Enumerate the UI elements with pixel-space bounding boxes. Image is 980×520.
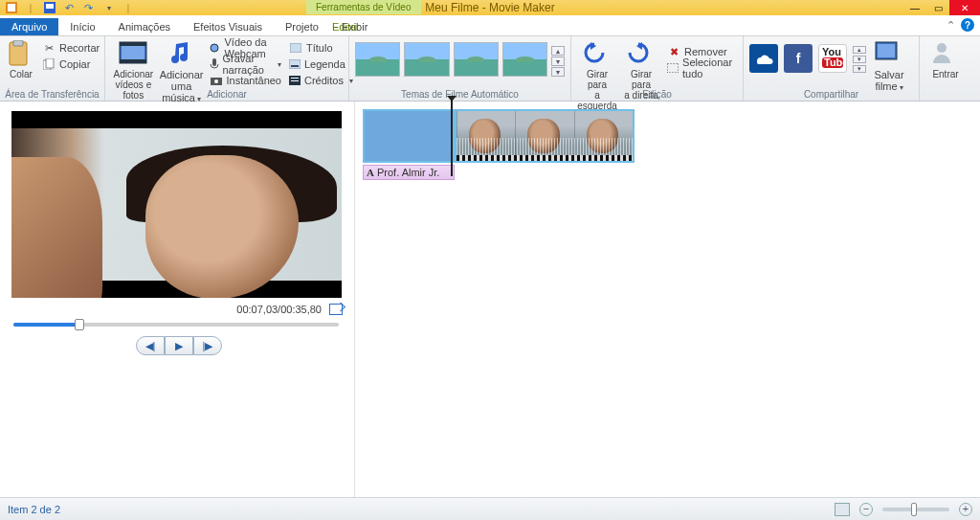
svg-rect-5 (13, 40, 23, 46)
svg-rect-7 (46, 58, 54, 68)
group-add-label: Adicionar (105, 89, 348, 100)
group-edit-label: Edição (571, 89, 743, 100)
maximize-button[interactable]: ▭ (926, 0, 949, 15)
snapshot-button[interactable]: Instantâneo (208, 73, 284, 88)
paste-label: Colar (10, 69, 33, 79)
prev-frame-button[interactable]: ◀| (136, 336, 165, 355)
copy-icon (42, 57, 56, 71)
qat-dropdown-icon[interactable]: ▾ (101, 1, 117, 14)
status-bar: Item 2 de 2 − + (0, 497, 980, 520)
zoom-thumb[interactable] (911, 503, 917, 516)
caption-button[interactable]: Legenda (287, 57, 343, 72)
svg-rect-21 (291, 80, 299, 81)
select-all-button[interactable]: Selecionar tudo (665, 60, 737, 76)
credits-icon (289, 74, 301, 87)
clipboard-icon (6, 40, 36, 67)
credits-label: Créditos (304, 75, 344, 86)
play-button[interactable]: ▶ (165, 336, 193, 355)
ribbon-expand-icon[interactable]: ⌃ (947, 19, 955, 32)
title-icon (289, 41, 302, 55)
group-share: f YouTube ▴▾▾ Salvar filme▾ Compartilhar (744, 36, 920, 101)
playback-controls: ◀| ▶ |▶ (11, 336, 346, 355)
help-icon[interactable]: ? (961, 18, 974, 32)
caption-label: Legenda (304, 58, 345, 70)
tab-inicio[interactable]: Início (58, 18, 106, 35)
share-gallery-scroller[interactable]: ▴▾▾ (853, 44, 866, 73)
tab-animacoes[interactable]: Animações (107, 18, 182, 35)
timeline-playhead[interactable] (451, 100, 453, 176)
rotate-right-icon (626, 40, 657, 67)
app-icon (4, 1, 19, 14)
svg-rect-18 (291, 65, 299, 67)
share-facebook-button[interactable]: f (784, 44, 813, 73)
svg-rect-20 (291, 78, 299, 79)
tab-editar[interactable]: Editar (321, 18, 371, 35)
theme-thumb-4[interactable] (502, 42, 547, 77)
seek-thumb[interactable] (75, 319, 84, 330)
signin-label: Entrar (932, 69, 958, 79)
cut-label: Recortar (59, 42, 100, 54)
svg-rect-13 (212, 58, 216, 66)
theme-gallery-scroller[interactable]: ▴▾▾ (551, 42, 565, 77)
copy-button[interactable]: Copiar (40, 57, 101, 72)
record-narration-button[interactable]: Gravar narração▾ (208, 57, 284, 72)
timeline-clip-title[interactable] (363, 109, 455, 163)
theme-thumb-2[interactable] (404, 42, 449, 77)
seek-slider[interactable] (13, 323, 339, 327)
undo-icon[interactable]: ↶ (61, 1, 77, 14)
save-movie-button[interactable]: Salvar filme▾ (870, 38, 908, 93)
select-all-label: Selecionar tudo (682, 57, 735, 79)
zoom-in-button[interactable]: + (959, 503, 972, 516)
main-area: 00:07,03/00:35,80 ◀| ▶ |▶ A Prof. A (0, 102, 980, 497)
close-button[interactable]: ✕ (949, 0, 980, 15)
preview-pane: 00:07,03/00:35,80 ◀| ▶ |▶ (0, 102, 354, 497)
share-onedrive-button[interactable] (749, 44, 778, 73)
svg-text:Tube: Tube (824, 57, 845, 68)
theme-thumb-1[interactable] (355, 42, 400, 77)
signin-button[interactable]: Entrar (925, 38, 966, 79)
preview-frame-content (11, 128, 342, 281)
caption-icon (289, 57, 301, 71)
rotate-left-button[interactable]: Girar para a esquerda (577, 38, 617, 111)
view-mode-button[interactable] (835, 503, 850, 516)
redo-icon[interactable]: ↷ (80, 1, 96, 14)
status-item-count: Item 2 de 2 (8, 504, 60, 515)
zoom-out-button[interactable]: − (859, 503, 873, 516)
contextual-tab-video-tools[interactable]: Ferramentas de Vídeo (306, 0, 421, 14)
timeline-pane[interactable]: A Prof. Almir Jr. (354, 102, 980, 497)
timeline-clip-video[interactable] (455, 109, 635, 163)
theme-thumb-3[interactable] (454, 42, 499, 77)
seek-progress (13, 323, 78, 327)
music-note-icon (167, 40, 197, 67)
title-bar: | ↶ ↷ ▾ | Ferramentas de Vídeo Meu Filme… (0, 0, 980, 15)
tab-efeitos[interactable]: Efeitos Visuais (182, 18, 274, 35)
signin-person-icon (930, 40, 961, 67)
group-clipboard: Colar ✂Recortar Copiar Área de Transferê… (0, 36, 105, 101)
svg-rect-27 (878, 44, 895, 57)
group-signin: Entrar (920, 36, 971, 101)
group-add: Adicionar vídeos e fotos Adicionar uma m… (105, 36, 349, 101)
share-youtube-button[interactable]: YouTube (818, 44, 847, 73)
window-title: Meu Filme - Movie Maker (425, 1, 554, 14)
svg-rect-3 (46, 4, 54, 9)
caption-type-icon: A (367, 167, 374, 178)
timeline-caption-clip[interactable]: A Prof. Almir Jr. (363, 165, 455, 180)
svg-point-28 (937, 43, 947, 53)
fullscreen-icon[interactable] (329, 304, 343, 315)
save-icon[interactable] (42, 1, 57, 14)
paste-button[interactable]: Colar (6, 38, 36, 79)
credits-button[interactable]: Créditos▾ (287, 73, 343, 88)
tab-arquivo[interactable]: Arquivo (0, 18, 58, 35)
title-button[interactable]: Título (287, 40, 343, 56)
cut-button[interactable]: ✂Recortar (40, 40, 101, 56)
svg-rect-16 (290, 43, 301, 53)
group-edit: Girar para a esquerda Girar para a direi… (571, 36, 744, 101)
zoom-slider[interactable] (882, 508, 949, 511)
group-share-label: Compartilhar (744, 89, 919, 100)
timeline-video-track (363, 109, 972, 163)
minimize-button[interactable]: — (903, 0, 926, 15)
next-frame-button[interactable]: |▶ (193, 336, 222, 355)
svg-point-12 (211, 44, 218, 52)
svg-rect-1 (8, 4, 15, 11)
video-preview[interactable] (11, 111, 342, 298)
